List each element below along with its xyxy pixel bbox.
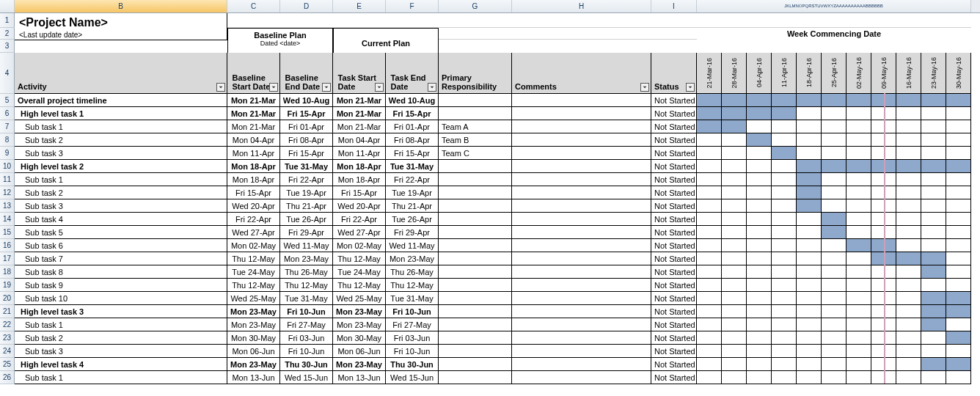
cell-bs[interactable]: Mon 21-Mar [227, 94, 280, 107]
cell-status[interactable]: Not Started [651, 120, 697, 133]
cell-ts[interactable]: Wed 20-Apr [333, 199, 386, 213]
cell-bs[interactable]: Mon 06-Jun [227, 345, 280, 358]
cell-te[interactable]: Fri 10-Jun [386, 305, 439, 318]
cell-bs[interactable]: Mon 11-Apr [227, 147, 280, 160]
table-row[interactable]: 10High level task 2Mon 18-AprTue 31-MayM… [0, 160, 980, 173]
cell-bs[interactable]: Mon 21-Mar [227, 120, 280, 133]
table-row[interactable]: 14Sub task 4Fri 22-AprTue 26-AprFri 22-A… [0, 213, 980, 226]
cell-activity[interactable]: Sub task 8 [15, 265, 227, 279]
cell-ts[interactable]: Mon 02-May [333, 239, 386, 252]
cell-resp[interactable] [439, 107, 512, 120]
row-head-15[interactable]: 15 [0, 226, 15, 239]
cell-ts[interactable]: Mon 18-Apr [333, 160, 386, 173]
cell-bs[interactable]: Mon 30-May [227, 331, 280, 345]
cell-bs[interactable]: Fri 22-Apr [227, 213, 280, 226]
cell-comments[interactable] [512, 186, 651, 199]
table-row[interactable]: 7Sub task 1Mon 21-MarFri 01-AprMon 21-Ma… [0, 120, 980, 133]
cell-resp[interactable] [439, 279, 512, 292]
cell-activity[interactable]: Sub task 6 [15, 239, 227, 252]
table-row[interactable]: 20Sub task 10Wed 25-MayTue 31-MayWed 25-… [0, 292, 980, 305]
cell-status[interactable]: Not Started [651, 199, 697, 213]
cell-comments[interactable] [512, 147, 651, 160]
row-head-9[interactable]: 9 [0, 147, 15, 160]
cell-status[interactable]: Not Started [651, 147, 697, 160]
cell-bs[interactable]: Mon 02-May [227, 239, 280, 252]
table-row[interactable]: 22Sub task 1Mon 23-MayFri 27-MayMon 23-M… [0, 318, 980, 331]
cell-bs[interactable]: Mon 23-May [227, 358, 280, 371]
cell-status[interactable]: Not Started [651, 345, 697, 358]
table-row[interactable]: 13Sub task 3Wed 20-AprThu 21-AprWed 20-A… [0, 199, 980, 213]
cell-status[interactable]: Not Started [651, 265, 697, 279]
select-all-corner[interactable] [0, 0, 15, 12]
cell-comments[interactable] [512, 226, 651, 239]
cell-bs[interactable]: Wed 25-May [227, 292, 280, 305]
cell-comments[interactable] [512, 371, 651, 384]
cell-resp[interactable] [439, 173, 512, 186]
cell-activity[interactable]: Sub task 7 [15, 252, 227, 265]
row-head-5[interactable]: 5 [0, 94, 15, 107]
cell-status[interactable]: Not Started [651, 331, 697, 345]
cell-bs[interactable]: Mon 13-Jun [227, 371, 280, 384]
cell-activity[interactable]: Sub task 1 [15, 371, 227, 384]
table-row[interactable]: 12Sub task 2Fri 15-AprTue 19-AprFri 15-A… [0, 186, 980, 199]
cell-be[interactable]: Fri 10-Jun [280, 305, 333, 318]
cell-te[interactable]: Fri 10-Jun [386, 345, 439, 358]
cell-activity[interactable]: Sub task 3 [15, 199, 227, 213]
col-head-H[interactable]: H [512, 0, 651, 12]
cell-be[interactable]: Tue 19-Apr [280, 186, 333, 199]
filter-icon[interactable] [216, 83, 225, 92]
cell-ts[interactable]: Mon 13-Jun [333, 371, 386, 384]
filter-icon[interactable] [428, 83, 436, 92]
cell-bs[interactable]: Mon 18-Apr [227, 160, 280, 173]
row-head-19[interactable]: 19 [0, 279, 15, 292]
row-head-6[interactable]: 6 [0, 107, 15, 120]
table-row[interactable]: 6High level task 1Mon 21-MarFri 15-AprMo… [0, 107, 980, 120]
row-head-21[interactable]: 21 [0, 305, 15, 318]
row-head-4[interactable]: 4 [0, 53, 15, 94]
cell-ts[interactable]: Mon 23-May [333, 305, 386, 318]
cell-be[interactable]: Thu 12-May [280, 279, 333, 292]
cell-ts[interactable]: Wed 27-Apr [333, 226, 386, 239]
cell-comments[interactable] [512, 239, 651, 252]
row-head-17[interactable]: 17 [0, 252, 15, 265]
cell-activity[interactable]: Sub task 2 [15, 186, 227, 199]
cell-bs[interactable]: Tue 24-May [227, 265, 280, 279]
row-head-1[interactable]: 1 [0, 13, 15, 28]
cell-be[interactable]: Wed 11-May [280, 239, 333, 252]
table-row[interactable]: 25High level task 4Mon 23-MayThu 30-JunM… [0, 358, 980, 371]
cell-be[interactable]: Fri 27-May [280, 318, 333, 331]
cell-be[interactable]: Wed 15-Jun [280, 371, 333, 384]
cell-comments[interactable] [512, 331, 651, 345]
cell-status[interactable]: Not Started [651, 252, 697, 265]
cell-be[interactable]: Fri 10-Jun [280, 345, 333, 358]
cell-comments[interactable] [512, 279, 651, 292]
cell-status[interactable]: Not Started [651, 371, 697, 384]
cell-comments[interactable] [512, 173, 651, 186]
cell-te[interactable]: Thu 26-May [386, 265, 439, 279]
row-head-20[interactable]: 20 [0, 292, 15, 305]
cell-comments[interactable] [512, 358, 651, 371]
cell-resp[interactable] [439, 213, 512, 226]
cell-be[interactable]: Fri 29-Apr [280, 226, 333, 239]
cell-te[interactable]: Tue 31-May [386, 292, 439, 305]
row-head-18[interactable]: 18 [0, 265, 15, 279]
cell-resp[interactable] [439, 345, 512, 358]
cell-ts[interactable]: Tue 24-May [333, 265, 386, 279]
cell-bs[interactable]: Mon 04-Apr [227, 133, 280, 147]
filter-icon[interactable] [640, 83, 649, 92]
col-head-I[interactable]: I [651, 0, 697, 12]
row-head-16[interactable]: 16 [0, 239, 15, 252]
cell-te[interactable]: Thu 30-Jun [386, 358, 439, 371]
cell-te[interactable]: Fri 03-Jun [386, 331, 439, 345]
cell-activity[interactable]: Sub task 1 [15, 318, 227, 331]
row-head-22[interactable]: 22 [0, 318, 15, 331]
cell-comments[interactable] [512, 120, 651, 133]
cell-resp[interactable]: Team B [439, 133, 512, 147]
row-head-2[interactable]: 2 [0, 28, 15, 40]
cell-te[interactable]: Fri 08-Apr [386, 133, 439, 147]
cell-status[interactable]: Not Started [651, 239, 697, 252]
cell-activity[interactable]: Sub task 3 [15, 345, 227, 358]
cell-resp[interactable]: Team A [439, 120, 512, 133]
cell-ts[interactable]: Mon 30-May [333, 331, 386, 345]
row-head-7[interactable]: 7 [0, 120, 15, 133]
